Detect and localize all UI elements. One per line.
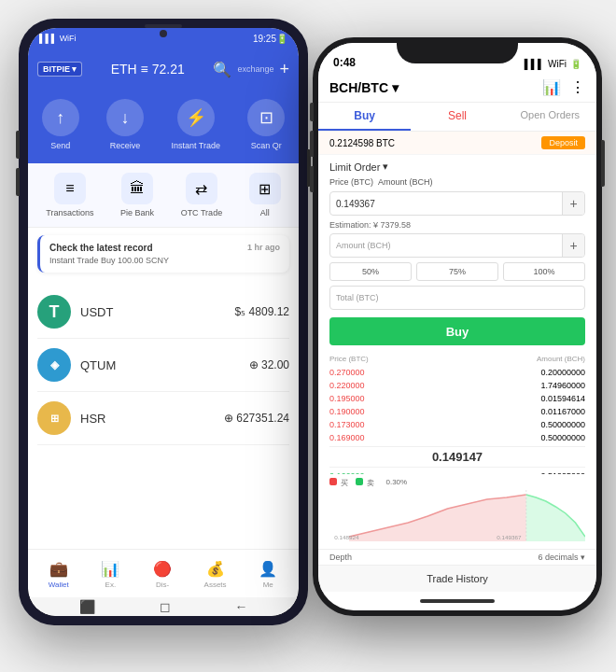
deposit-button[interactable]: Deposit <box>541 136 585 149</box>
trade-header-icons: 📊 ⋮ <box>542 78 585 96</box>
ob-ask-row-4: 0.190000 0.01167000 <box>329 405 585 418</box>
qtum-balance: ⊕ 32.00 <box>249 358 289 371</box>
wallet-tab-label: Wallet <box>49 581 69 589</box>
exchange-tab-label: Ex. <box>105 581 117 589</box>
hsr-icon: ⊞ <box>37 401 71 435</box>
brand-label: BITPIE <box>43 64 70 74</box>
pct-50[interactable]: 50% <box>329 262 412 281</box>
amount-plus[interactable]: + <box>562 234 584 257</box>
qtum-name: QTUM <box>80 358 240 372</box>
estimation: Estimation: ¥ 7379.58 <box>329 220 585 230</box>
scan-icon: ⊡ <box>247 99 285 136</box>
brand-chevron: ▾ <box>72 64 77 74</box>
gesture-back-arrow[interactable]: ← <box>235 599 248 614</box>
scan-button[interactable]: ⊡ Scan Qr <box>247 99 285 150</box>
android-screen: ▌▌▌ WiFi 19:25 🔋 BITPIE ▾ ETH ≡ 72.21 🔍 <box>28 28 299 616</box>
qtum-wallet-item[interactable]: ◈ QTUM ⊕ 32.00 <box>37 339 289 392</box>
send-button[interactable]: ↑ Send <box>42 99 79 150</box>
tab-wallet[interactable]: 💼 Wallet <box>41 554 77 593</box>
ob-ask-row-5: 0.173000 0.50000000 <box>329 418 585 431</box>
iphone-vol-down <box>310 166 314 192</box>
pie-bank-icon: 🏛 <box>121 173 153 204</box>
notification-card[interactable]: Check the latest record 1 hr ago Instant… <box>37 235 289 273</box>
notif-time: 1 hr ago <box>247 243 280 253</box>
ob-amount-col: Amount (BCH) <box>537 355 585 363</box>
depth-chevron: ▾ <box>581 553 585 562</box>
trade-header: BCH/BTC ▾ 📊 ⋮ <box>318 73 596 103</box>
exchange-tab-icon: 📊 <box>100 558 120 579</box>
instant-trade-icon: ⚡ <box>177 99 215 136</box>
android-vol-up <box>16 131 20 159</box>
notif-body: Instant Trade Buy 100.00 SCNY <box>49 256 280 265</box>
pct-100[interactable]: 100% <box>503 262 585 281</box>
tab-me[interactable]: 👤 Me <box>250 554 286 593</box>
search-icon[interactable]: 🔍 <box>213 61 231 78</box>
gesture-back-square[interactable]: ⬛ <box>79 599 95 614</box>
android-status-time: 19:25 <box>253 34 276 44</box>
tab-open-orders[interactable]: Open Orders <box>504 103 596 131</box>
pair-label: BCH/BTC <box>329 80 388 95</box>
hsr-balance: ⊕ 627351.24 <box>224 412 289 425</box>
chart-area: 买 卖 0.30% <box>318 474 596 549</box>
transactions-menu[interactable]: ≡ Transactions <box>46 173 93 217</box>
pie-bank-menu[interactable]: 🏛 Pie Bank <box>120 173 154 217</box>
price-plus[interactable]: + <box>562 192 584 215</box>
hsr-wallet-item[interactable]: ⊞ HSR ⊕ 627351.24 <box>37 392 289 445</box>
depth-decimals[interactable]: 6 decimals ▾ <box>538 553 585 562</box>
tab-sell[interactable]: Sell <box>411 103 503 131</box>
pie-bank-label: Pie Bank <box>120 208 154 217</box>
instant-trade-label: Instant Trade <box>171 141 220 150</box>
scan-label: Scan Qr <box>251 141 282 150</box>
add-icon[interactable]: + <box>279 60 289 79</box>
android-bottom-tabs: 💼 Wallet 📊 Ex. 🔴 Dis- 💰 <box>28 549 299 597</box>
instant-trade-button[interactable]: ⚡ Instant Trade <box>171 99 220 150</box>
ob-legend: Price (BTC) Amount (BCH) <box>329 355 585 363</box>
order-type-chevron: ▾ <box>383 161 388 173</box>
svg-text:0.149367: 0.149367 <box>497 534 522 540</box>
usdt-balance: $₅ 4809.12 <box>235 305 289 318</box>
tab-discover[interactable]: 🔴 Dis- <box>145 554 180 593</box>
price-input-row: 0.149367 + <box>329 191 585 216</box>
iphone-power-button <box>601 140 605 187</box>
tab-assets[interactable]: 💰 Assets <box>197 554 234 593</box>
hsr-name: HSR <box>80 412 215 426</box>
pct-75[interactable]: 75% <box>416 262 498 281</box>
total-row: Total (BTC) <box>329 286 585 310</box>
home-bar <box>420 599 495 603</box>
discover-tab-label: Dis- <box>156 581 169 589</box>
nav-icons: 🔍 exchange + <box>213 60 289 79</box>
usdt-wallet-item[interactable]: T USDT $₅ 4809.12 <box>37 286 289 339</box>
depth-bar: Depth 6 decimals ▾ <box>318 549 596 565</box>
android-vol-down <box>16 168 20 196</box>
tab-buy[interactable]: Buy <box>318 103 411 131</box>
deposit-bar: 0.2124598 BTC Deposit <box>318 132 596 155</box>
otc-trade-menu[interactable]: ⇄ OTC Trade <box>181 173 223 217</box>
receive-icon: ↓ <box>106 99 144 136</box>
tab-exchange[interactable]: 📊 Ex. <box>92 554 128 593</box>
ob-center-price: 0.149147 <box>329 446 585 468</box>
signal-icon: ▌▌▌ <box>525 59 544 69</box>
trade-tabs: Buy Sell Open Orders <box>318 103 596 132</box>
iphone-silent-switch <box>310 103 314 121</box>
all-menu[interactable]: ⊞ All <box>249 173 281 217</box>
form-col-headers: Price (BTC) Amount (BCH) <box>329 177 585 187</box>
trade-pair[interactable]: BCH/BTC ▾ <box>329 80 399 95</box>
battery-icon: 🔋 <box>570 59 581 69</box>
chart-icon[interactable]: 📊 <box>542 78 561 96</box>
price-value[interactable]: 0.149367 <box>330 199 562 209</box>
order-type[interactable]: Limit Order ▾ <box>329 161 585 173</box>
gesture-home-square[interactable]: ◻ <box>160 599 171 614</box>
android-status-left: ▌▌▌ WiFi <box>39 34 77 43</box>
me-tab-label: Me <box>263 581 273 589</box>
nav-brand[interactable]: BITPIE ▾ <box>37 62 82 77</box>
more-icon[interactable]: ⋮ <box>570 78 585 96</box>
ob-ask-row-3: 0.195000 0.01594614 <box>329 392 585 405</box>
receive-button[interactable]: ↓ Receive <box>106 99 144 150</box>
pair-chevron: ▾ <box>392 80 399 95</box>
receive-label: Receive <box>110 141 141 150</box>
buy-button[interactable]: Buy <box>329 317 585 345</box>
menu-row: ≡ Transactions 🏛 Pie Bank ⇄ OTC Trade ⊞ … <box>28 163 299 228</box>
trade-history-button[interactable]: Trade History <box>318 565 596 592</box>
gesture-bar: ⬛ ◻ ← <box>28 597 299 616</box>
android-nav: BITPIE ▾ ETH ≡ 72.21 🔍 exchange + <box>28 49 299 90</box>
